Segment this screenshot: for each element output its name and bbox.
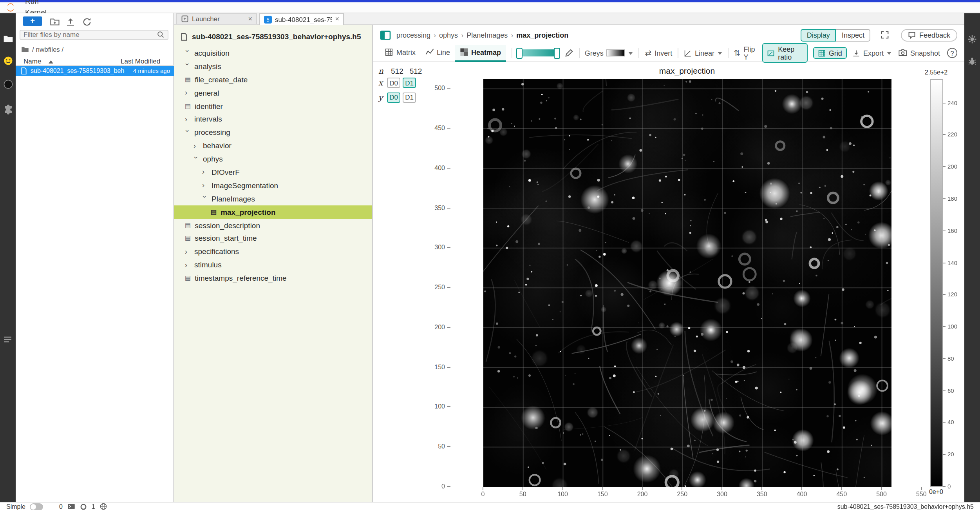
huggingface-icon[interactable] <box>0 55 16 65</box>
kernel-count[interactable]: 1 <box>92 503 95 510</box>
chevron-right-icon: › <box>185 115 190 123</box>
debugger-bug-icon[interactable] <box>964 56 980 65</box>
vis-tab-matrix[interactable]: Matrix <box>380 44 420 62</box>
dark-circle-icon[interactable] <box>0 79 16 89</box>
y-dim-d1-button[interactable]: D1 <box>403 92 416 102</box>
x-dim-d0-button[interactable]: D0 <box>387 78 400 88</box>
snapshot-button[interactable]: Snapshot <box>899 49 940 57</box>
invert-toggle[interactable]: ⇄ Invert <box>645 49 673 57</box>
invert-icon: ⇄ <box>645 49 652 57</box>
tree-group-ImageSegmentation[interactable]: ›ImageSegmentation <box>174 179 372 192</box>
table-of-contents-icon[interactable] <box>0 334 16 344</box>
tree-dataset-timestamps_reference_time[interactable]: ▤timestamps_reference_time <box>174 271 372 285</box>
upload-icon[interactable] <box>66 17 75 26</box>
kernel-icon <box>80 503 87 510</box>
grid-icon <box>818 49 826 57</box>
search-icon <box>157 31 168 38</box>
domain-slider[interactable] <box>517 49 559 56</box>
tab-sub-408021-ses-7585193[interactable]: 5sub-408021_ses-7585193× <box>259 13 344 25</box>
file-browser-icon[interactable] <box>0 33 16 44</box>
y-tick <box>447 327 450 328</box>
colorbar-tick-label: 60 <box>947 387 954 394</box>
x-tick <box>921 486 922 490</box>
tree-group-intervals[interactable]: ›intervals <box>174 113 372 126</box>
y-tick-label: 0 <box>415 483 445 490</box>
close-icon[interactable]: × <box>248 16 252 23</box>
display-button[interactable]: Display <box>801 29 836 41</box>
column-last-modified[interactable]: Last Modified <box>121 57 160 65</box>
tree-group-acquisition[interactable]: ›acquisition <box>174 46 372 60</box>
x-dim-d1-button[interactable]: D1 <box>403 78 416 88</box>
inspect-button[interactable]: Inspect <box>836 29 871 41</box>
tree-group-ophys[interactable]: ›ophys <box>174 152 372 165</box>
colorbar-tick-label: 0 <box>947 483 951 490</box>
toggle-explorer-icon[interactable] <box>380 30 391 40</box>
tree-group-analysis[interactable]: ›analysis <box>174 60 372 73</box>
menu-item-run[interactable]: Run <box>20 0 58 7</box>
globe-icon[interactable] <box>100 503 108 510</box>
breadcrumb-max_projection[interactable]: max_projection <box>516 31 568 39</box>
x-tick-label: 250 <box>671 491 694 498</box>
heatmap-icon <box>459 48 468 56</box>
viewer-header: processing›ophys›PlaneImages›max_project… <box>373 25 964 45</box>
tree-dataset-file_create_date[interactable]: ▤file_create_date <box>174 73 372 86</box>
tree-dataset-session_start_time[interactable]: ▤session_start_time <box>174 232 372 245</box>
chevron-right-icon: › <box>202 168 208 176</box>
close-icon[interactable]: × <box>335 16 339 23</box>
refresh-icon[interactable] <box>82 17 92 26</box>
breadcrumb-processing[interactable]: processing <box>396 31 430 39</box>
colorbar-tick <box>943 390 946 391</box>
h5-file-title: sub-408021_ses-758519303_behavior+ophys.… <box>174 25 372 46</box>
breadcrumb-separator-icon: › <box>511 31 513 39</box>
colorbar-tick-label: 240 <box>947 99 957 106</box>
new-launcher-button[interactable]: + <box>23 16 42 26</box>
tree-group-DfOverF[interactable]: ›DfOverF <box>174 165 372 179</box>
vis-tab-heatmap[interactable]: Heatmap <box>455 44 506 62</box>
tab-launcher[interactable]: Launcher× <box>176 13 257 24</box>
grid-toggle[interactable]: Grid <box>813 47 847 59</box>
tree-dataset-identifier[interactable]: ▤identifier <box>174 99 372 113</box>
domain-slider-min-handle[interactable] <box>517 47 523 58</box>
property-inspector-icon[interactable] <box>964 34 980 44</box>
y-dim-d0-button[interactable]: D0 <box>387 92 400 102</box>
breadcrumb[interactable]: / nwbfiles / <box>21 44 63 54</box>
feedback-button[interactable]: Feedback <box>901 29 957 41</box>
simple-mode-toggle[interactable] <box>30 503 43 510</box>
breadcrumb-ophys[interactable]: ophys <box>439 31 458 39</box>
export-button[interactable]: Export <box>852 49 891 57</box>
h5-file-icon <box>180 33 188 40</box>
column-name[interactable]: Name <box>24 57 41 65</box>
x-label: x <box>378 78 385 87</box>
tree-group-general[interactable]: ›general <box>174 86 372 99</box>
tree-group-specifications[interactable]: ›specifications <box>174 245 372 258</box>
colormap-selector[interactable]: Greys <box>585 49 633 57</box>
keep-ratio-toggle[interactable]: Keep ratio <box>762 43 808 63</box>
domain-slider-max-handle[interactable] <box>553 47 560 58</box>
chevron-down-icon: › <box>184 130 192 135</box>
tree-group-processing[interactable]: ›processing <box>174 126 372 139</box>
fullscreen-icon[interactable] <box>881 31 890 39</box>
colorbar-tick-label: 160 <box>947 227 957 234</box>
chevron-down-icon: › <box>184 64 192 69</box>
tree-group-behavior[interactable]: ›behavior <box>174 139 372 152</box>
help-button[interactable]: ? <box>947 48 957 58</box>
tree-dataset-max_projection[interactable]: ▤max_projection <box>174 205 372 218</box>
terminal-count[interactable]: 0 <box>59 503 63 510</box>
breadcrumb-PlaneImages[interactable]: PlaneImages <box>466 31 508 39</box>
extensions-puzzle-icon[interactable] <box>0 104 16 114</box>
tree-group-PlaneImages[interactable]: ›PlaneImages <box>174 192 372 205</box>
tree-dataset-session_description[interactable]: ▤session_description <box>174 218 372 232</box>
x-tick <box>562 486 563 490</box>
flip-y-toggle[interactable]: ⇅ Flip Y <box>734 45 757 61</box>
file-row[interactable]: sub-408021_ses-758519303_beha…4 minutes … <box>16 66 174 76</box>
file-filter-input[interactable] <box>20 31 157 38</box>
file-list: sub-408021_ses-758519303_beha…4 minutes … <box>16 66 174 76</box>
edit-domain-icon[interactable] <box>564 49 573 57</box>
scale-selector[interactable]: Linear <box>684 49 722 57</box>
tree-item-label: behavior <box>203 141 231 150</box>
x-tick <box>881 486 882 490</box>
new-folder-icon[interactable] <box>50 17 60 26</box>
heatmap-image[interactable] <box>483 79 891 486</box>
vis-tab-line[interactable]: Line <box>420 44 455 62</box>
tree-group-stimulus[interactable]: ›stimulus <box>174 258 372 272</box>
